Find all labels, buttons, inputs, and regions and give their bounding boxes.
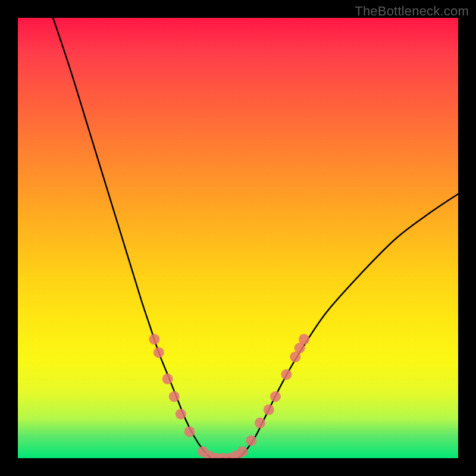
highlight-dot: [237, 446, 248, 457]
highlight-dots-group: [149, 334, 309, 458]
highlight-dot: [281, 369, 292, 380]
highlight-dot: [162, 374, 173, 384]
highlight-dot: [270, 391, 281, 402]
chart-plot-area: [18, 18, 458, 458]
highlight-dot: [154, 347, 164, 358]
highlight-dot: [169, 391, 180, 402]
highlight-dot: [184, 427, 195, 437]
watermark-text: TheBottleneck.com: [355, 4, 469, 19]
highlight-dot: [255, 418, 265, 428]
highlight-dot: [246, 435, 256, 446]
highlight-dot: [299, 334, 309, 345]
bottleneck-chart-svg: [18, 18, 458, 458]
highlight-dot: [176, 409, 186, 419]
bottleneck-curve: [53, 18, 458, 458]
highlight-dot: [149, 334, 159, 345]
highlight-dot: [264, 405, 274, 415]
